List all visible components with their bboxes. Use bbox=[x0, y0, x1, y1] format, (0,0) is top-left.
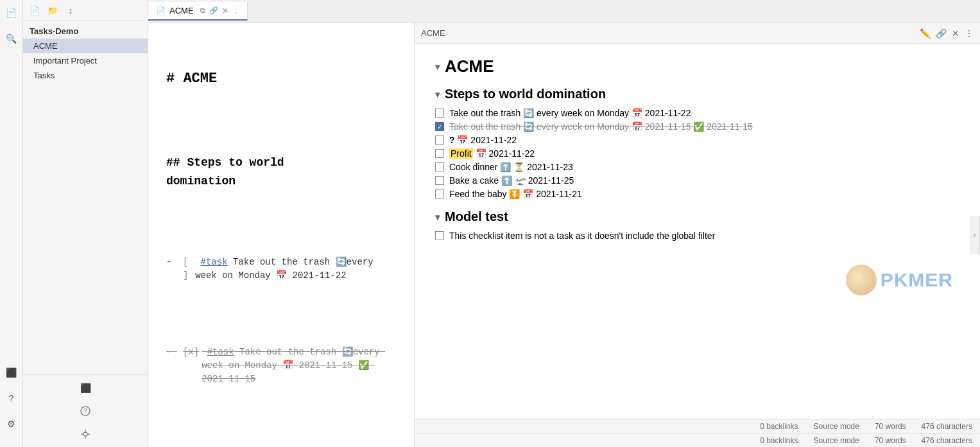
tab-split-icon[interactable]: ⧉ bbox=[200, 6, 205, 15]
section-collapse-arrow-steps[interactable]: ▾ bbox=[435, 89, 440, 100]
preview-task-checkbox-7[interactable] bbox=[435, 189, 444, 198]
svg-point-2 bbox=[83, 432, 87, 436]
preview-task-checkbox-5[interactable] bbox=[435, 162, 444, 171]
preview-pane: ▾ ACME ▾ Steps to world domination Take … bbox=[415, 44, 980, 419]
word-count: 70 words bbox=[875, 422, 906, 431]
tab-acme-label: ACME bbox=[169, 6, 194, 15]
task-link-1[interactable]: #task bbox=[201, 257, 228, 267]
section-heading-model-text: Model test bbox=[445, 209, 508, 224]
preview-section-heading-model: ▾ Model test bbox=[435, 209, 959, 224]
preview-section-steps: ▾ Steps to world domination Take out the… bbox=[435, 87, 959, 199]
preview-status-bar: 0 backlinks Source mode 70 words 476 cha… bbox=[415, 433, 980, 447]
preview-task-checkbox-1[interactable] bbox=[435, 109, 444, 118]
preview-model-task-1: This checklist item is not a task as it … bbox=[435, 231, 959, 241]
preview-task-checkbox-4[interactable] bbox=[435, 149, 444, 158]
new-folder-icon[interactable]: 📁 bbox=[46, 4, 59, 17]
preview-edit-icon[interactable]: ✏️ bbox=[920, 28, 931, 39]
file-tasks[interactable]: Tasks bbox=[23, 68, 148, 83]
preview-section-heading-steps: ▾ Steps to world domination bbox=[435, 87, 959, 101]
preview-task-checkbox-2[interactable]: ✓ bbox=[435, 122, 444, 131]
preview-link-icon[interactable]: 🔗 bbox=[936, 28, 947, 39]
preview-task-2: ✓ Take out the trash 🔄 every week on Mon… bbox=[435, 121, 959, 132]
file-sidebar: 📄 📁 ↕ Tasks-Demo ACME Important Project … bbox=[23, 0, 148, 447]
task-link-2[interactable]: #task bbox=[207, 347, 234, 357]
tab-more-icon[interactable]: ⋮ bbox=[232, 6, 239, 15]
split-pane: # ACME ## Steps to worlddomination - [ ]… bbox=[148, 23, 980, 447]
preview-model-task-checkbox-1[interactable] bbox=[435, 231, 444, 240]
question-mark-svg: ? bbox=[80, 406, 90, 416]
main-area: 📄 ACME ⧉ 🔗 ✕ ⋮ # ACME ## Steps to worldd… bbox=[148, 0, 980, 447]
char-count: 476 characters bbox=[922, 422, 972, 431]
svg-text:?: ? bbox=[83, 408, 87, 415]
editor-content[interactable]: # ACME ## Steps to worlddomination - [ ]… bbox=[166, 39, 396, 447]
search-icon[interactable]: 🔍 bbox=[4, 31, 19, 46]
source-mode-label: Source mode bbox=[814, 422, 859, 431]
help-icon[interactable]: ? bbox=[4, 390, 19, 406]
preview-task-checkbox-3[interactable] bbox=[435, 136, 444, 145]
settings-bottom-icon[interactable] bbox=[78, 426, 93, 442]
editor-pane[interactable]: # ACME ## Steps to worlddomination - [ ]… bbox=[148, 23, 415, 447]
file-sidebar-toolbar: 📄 📁 ↕ bbox=[23, 0, 148, 21]
editor-task-2: - [x] #task Take out the trash 🔄every we… bbox=[166, 346, 396, 386]
tab-link-icon[interactable]: 🔗 bbox=[209, 6, 218, 15]
backlinks-count: 0 backlinks bbox=[760, 422, 798, 431]
collapse-sidebar-btn[interactable]: › bbox=[970, 216, 980, 254]
preview-char-count: 476 characters bbox=[922, 436, 972, 445]
tab-file-icon: 📄 bbox=[156, 6, 166, 15]
sort-icon[interactable]: ↕ bbox=[64, 4, 77, 17]
preview-task-4: Profit 📅 2021-11-22 bbox=[435, 148, 959, 159]
sync-icon[interactable]: ⬛ bbox=[78, 380, 93, 396]
section-heading-steps-text: Steps to world domination bbox=[445, 87, 606, 101]
preview-more-icon[interactable]: ⋮ bbox=[965, 28, 974, 39]
title-collapse-arrow[interactable]: ▾ bbox=[435, 62, 440, 72]
preview-top-bar: ACME ✏️ 🔗 ✕ ⋮ bbox=[415, 23, 980, 44]
preview-word-count: 70 words bbox=[875, 436, 906, 445]
preview-source-mode-label: Source mode bbox=[814, 436, 859, 445]
preview-task-3: ? 📅 2021-11-22 bbox=[435, 135, 959, 145]
preview-backlinks-count: 0 backlinks bbox=[760, 436, 798, 445]
preview-profit-highlight: Profit bbox=[449, 148, 473, 159]
editor-task-1: - [ ] #task Take out the trash 🔄every we… bbox=[166, 256, 396, 283]
sidebar-icon-panel: 📄 🔍 ⬛ ? ⚙ bbox=[0, 0, 23, 447]
new-note-icon[interactable]: 📄 bbox=[28, 4, 41, 17]
help-bottom-icon[interactable]: ? bbox=[78, 403, 93, 419]
editor-tab-bar: 📄 ACME ⧉ 🔗 ✕ ⋮ bbox=[148, 0, 980, 23]
preview-task-checkbox-6[interactable] bbox=[435, 176, 444, 185]
editor-status-bar: 0 backlinks Source mode 70 words 476 cha… bbox=[415, 419, 980, 433]
gear-svg bbox=[80, 429, 90, 439]
preview-task-7: Feed the baby ⏬ 📅 2021-11-21 bbox=[435, 189, 959, 199]
file-tree: Tasks-Demo ACME Important Project Tasks bbox=[23, 21, 148, 374]
tab-acme-editor[interactable]: 📄 ACME ⧉ 🔗 ✕ ⋮ bbox=[148, 2, 248, 21]
right-pane-wrapper: ACME ✏️ 🔗 ✕ ⋮ › ▾ ACME bbox=[415, 23, 980, 447]
editor-heading1: # ACME bbox=[166, 67, 396, 90]
preview-task-1: Take out the trash 🔄 every week on Monda… bbox=[435, 108, 959, 118]
file-acme[interactable]: ACME bbox=[23, 39, 148, 53]
community-plugins-icon[interactable]: ⬛ bbox=[4, 365, 19, 380]
preview-task-5: Cook dinner ⬆️ ⏳ 2021-11-23 bbox=[435, 162, 959, 172]
tab-close-icon[interactable]: ✕ bbox=[222, 6, 228, 15]
settings-icon[interactable]: ⚙ bbox=[4, 416, 19, 432]
preview-doc-title: ▾ ACME bbox=[435, 57, 959, 76]
preview-tab-label: ACME bbox=[421, 28, 445, 38]
new-file-icon[interactable]: 📄 bbox=[4, 5, 19, 21]
preview-title-text: ACME bbox=[445, 57, 494, 76]
preview-task-6: Bake a cake ⬆️ 🛫 2021-11-25 bbox=[435, 175, 959, 186]
pkmer-watermark: PKMER bbox=[846, 265, 953, 295]
pkmer-watermark-area: PKMER bbox=[435, 244, 959, 295]
folder-label: Tasks-Demo bbox=[30, 26, 78, 36]
preview-top-bar-actions: ✏️ 🔗 ✕ ⋮ bbox=[920, 28, 974, 39]
folder-tasks-demo[interactable]: Tasks-Demo bbox=[23, 24, 148, 39]
preview-close-icon[interactable]: ✕ bbox=[952, 28, 959, 39]
file-important-project[interactable]: Important Project bbox=[23, 53, 148, 68]
section-collapse-arrow-model[interactable]: ▾ bbox=[435, 212, 440, 222]
editor-heading2-steps: ## Steps to worlddomination bbox=[166, 153, 396, 191]
preview-section-model: ▾ Model test This checklist item is not … bbox=[435, 209, 959, 241]
sidebar-bottom-icons: ⬛ ? bbox=[23, 374, 148, 447]
